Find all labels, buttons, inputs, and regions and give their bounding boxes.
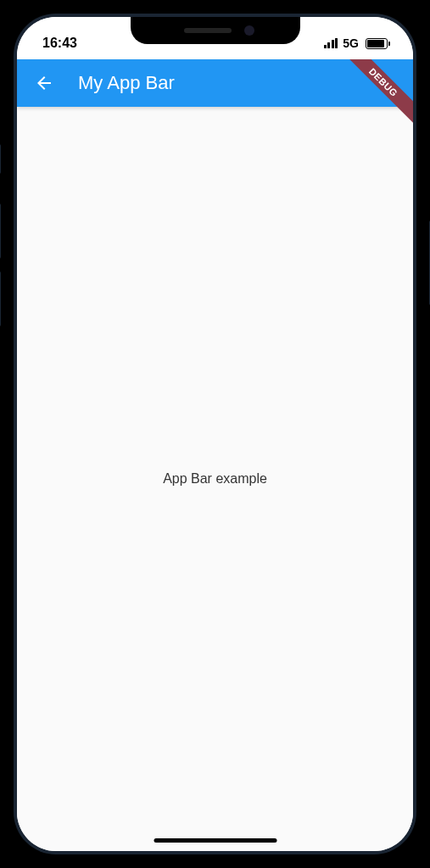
app-bar: My App Bar bbox=[17, 59, 413, 107]
home-indicator[interactable] bbox=[154, 838, 276, 843]
search-icon bbox=[375, 72, 397, 94]
search-button[interactable] bbox=[369, 66, 403, 100]
battery-icon bbox=[366, 38, 388, 49]
main-content: App Bar example bbox=[17, 107, 413, 851]
silent-switch bbox=[0, 144, 1, 174]
phone-bezel: 16:43 5G DEBUG bbox=[14, 14, 416, 854]
back-button[interactable] bbox=[27, 66, 61, 100]
phone-frame: 16:43 5G DEBUG bbox=[0, 0, 430, 868]
network-label: 5G bbox=[343, 36, 359, 50]
screen: 16:43 5G DEBUG bbox=[17, 17, 413, 851]
notch bbox=[131, 17, 300, 44]
status-time: 16:43 bbox=[42, 36, 77, 51]
app-bar-title: My App Bar bbox=[78, 72, 369, 94]
status-right: 5G bbox=[324, 36, 388, 50]
volume-down-button bbox=[0, 271, 1, 326]
speaker bbox=[184, 28, 232, 33]
content-text: App Bar example bbox=[163, 471, 267, 487]
signal-icon bbox=[324, 38, 338, 48]
volume-up-button bbox=[0, 203, 1, 259]
front-camera bbox=[244, 25, 254, 36]
arrow-back-icon bbox=[34, 73, 54, 93]
